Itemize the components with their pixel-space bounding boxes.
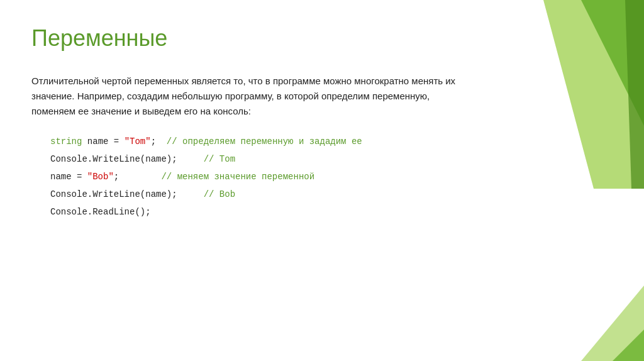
code-line-4: Console.WriteLine(name); // Bob — [50, 186, 606, 203]
console-readline: Console.ReadLine(); — [50, 207, 151, 217]
svg-marker-4 — [613, 330, 644, 361]
comment-line-1: // определяем переменную и зададим ее — [156, 136, 362, 147]
string-value-bob: "Bob" — [87, 172, 114, 182]
name-assign: name = — [50, 172, 87, 182]
comment-line-2: // Tom — [177, 154, 235, 164]
string-value-tom: "Tom" — [125, 136, 151, 147]
code-line-1: string name = "Tom"; // определяем перем… — [50, 133, 606, 150]
comment-line-3: // меняем значение переменной — [119, 172, 314, 182]
deco-bottom-right — [531, 235, 644, 361]
slide: Переменные Отличительной чертой переменн… — [0, 0, 644, 361]
intro-paragraph: Отличительной чертой переменных является… — [31, 74, 459, 119]
svg-marker-3 — [581, 286, 644, 361]
slide-content: Переменные Отличительной чертой переменн… — [0, 0, 644, 246]
code-line-3: name = "Bob"; // меняем значение перемен… — [50, 168, 606, 186]
slide-title: Переменные — [31, 25, 606, 52]
console-writeline-1: Console.WriteLine(name); — [50, 154, 177, 164]
code-block: string name = "Tom"; // определяем перем… — [50, 133, 606, 221]
code-line-5: Console.ReadLine(); — [50, 203, 606, 221]
code-semi-1: ; — [151, 136, 156, 147]
code-name-assign: name = — [82, 136, 124, 147]
keyword-string: string — [50, 136, 82, 147]
console-writeline-2: Console.WriteLine(name); — [50, 189, 177, 199]
code-semi-3: ; — [114, 172, 119, 182]
code-line-2: Console.WriteLine(name); // Tom — [50, 150, 606, 168]
comment-line-4: // Bob — [177, 189, 235, 199]
